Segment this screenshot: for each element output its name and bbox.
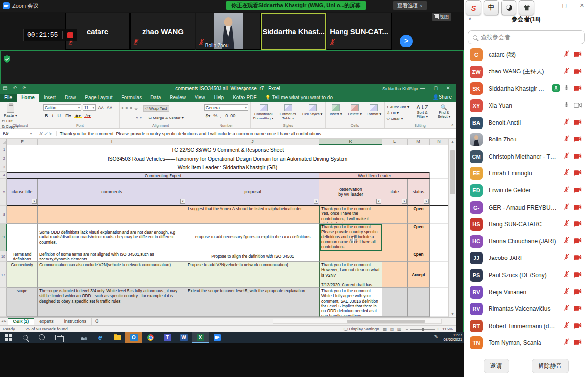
name-box[interactable]: K9▾: [0, 129, 34, 138]
grid-cell[interactable]: Accept: [408, 262, 430, 288]
column-header-K[interactable]: K: [319, 139, 382, 145]
filter-button[interactable]: ▼: [424, 199, 429, 204]
formula-text[interactable]: Thank you for the comment. Please provid…: [57, 131, 456, 136]
participant-row[interactable]: HCHanna Chouchane (JARI): [464, 233, 588, 250]
row-number[interactable]: 5: [0, 179, 7, 206]
video-tile[interactable]: Hang SUN-CAT...: [327, 13, 392, 50]
search-button[interactable]: [17, 332, 33, 343]
band-commenting-expert[interactable]: Commenting Expert: [7, 172, 319, 179]
table-header-clause-title[interactable]: clause title▼: [7, 179, 38, 206]
participant-row[interactable]: PSPaul Szucs (DE/Sony): [464, 267, 588, 284]
currency-button[interactable]: $▾: [204, 113, 212, 118]
stop-recording-button[interactable]: [67, 32, 73, 38]
column-header-L[interactable]: L: [382, 139, 408, 145]
grid-cell[interactable]: Propose to add necessary figures to expl…: [186, 224, 319, 251]
row-number[interactable]: 10: [0, 251, 7, 262]
select-all-corner[interactable]: [0, 139, 7, 145]
shrink-font-button[interactable]: A˅: [105, 105, 114, 111]
panel-window-controls[interactable]: —▢✕: [543, 2, 584, 9]
column-header-I[interactable]: I: [38, 139, 186, 145]
merge-center-button[interactable]: ⊟ Merge & Center ▾: [148, 116, 184, 120]
number-format-box[interactable]: General ▾: [204, 104, 248, 111]
video-tile[interactable]: Siddartha Khast...: [261, 13, 326, 50]
participant-row[interactable]: HSHang SUN-CATARC: [464, 216, 588, 233]
participant-row[interactable]: BABenoit Anctil: [464, 114, 588, 131]
sheet-nav-arrows[interactable]: ◂ ▸: [0, 318, 8, 325]
row-number[interactable]: 17: [0, 262, 7, 288]
participant-search-input[interactable]: 查找参会者: [468, 30, 585, 44]
table-header-status[interactable]: status▼: [408, 179, 430, 206]
grid-cell[interactable]: Propose to add V2N(vehicle to network co…: [186, 262, 319, 288]
grid-cell[interactable]: The scope is limited to level 3/4 only. …: [38, 288, 186, 317]
horizontal-scrollbar[interactable]: [273, 319, 442, 324]
participant-row[interactable]: RTRobert Timmermann (dSPACE): [464, 318, 588, 335]
format-as-table-button[interactable]: Format as Table ▾: [277, 104, 299, 120]
start-button[interactable]: [0, 332, 17, 343]
band-work-item-leader[interactable]: Work Item Leader: [319, 172, 430, 179]
video-tile[interactable]: Bolin Zhou: [196, 13, 261, 50]
taskbar-icon-people[interactable]: [75, 332, 92, 343]
grid-cell[interactable]: Connectivity: [7, 262, 38, 288]
horizontal-scroll-thumb[interactable]: [347, 320, 425, 323]
participant-row[interactable]: EDErwin de Gelder: [464, 182, 588, 199]
taskbar-icon-chrome[interactable]: [142, 332, 159, 343]
row-number[interactable]: 8: [0, 206, 7, 224]
filter-button[interactable]: ▼: [314, 199, 318, 204]
comma-button[interactable]: ,: [219, 113, 223, 118]
participant-row[interactable]: ZWzhao WANG (主持人): [464, 64, 588, 81]
grid-cell[interactable]: [7, 224, 38, 251]
fx-buttons[interactable]: ✕ ✓ fx: [34, 131, 57, 136]
cortana-button[interactable]: [33, 332, 50, 343]
align-bottom-icons[interactable]: ≡ ≡ ≡ ⇥ ⇤: [122, 116, 144, 120]
excel-share-button[interactable]: 👤Share: [433, 94, 452, 100]
participant-row[interactable]: TNTom Nyman, Scania: [464, 334, 588, 352]
grid-cell[interactable]: Open: [408, 224, 430, 251]
grid-cell[interactable]: [408, 288, 430, 317]
participant-row[interactable]: XYXia Yuan: [464, 97, 588, 115]
grid-cell[interactable]: [430, 288, 448, 317]
grid-cell[interactable]: [382, 288, 408, 317]
taskbar-icon-teams[interactable]: T: [159, 332, 175, 343]
find-select-button[interactable]: 🔍Find & Select ▾: [436, 104, 452, 122]
italic-button[interactable]: I: [50, 113, 55, 118]
grid-cell[interactable]: Communication can also include V2N(vehic…: [38, 262, 186, 288]
grid-cell[interactable]: scope: [7, 288, 38, 317]
table-header-date[interactable]: date▼: [382, 179, 408, 206]
grid-cell[interactable]: [382, 224, 408, 251]
sheet-tab-3[interactable]: instructions: [59, 318, 92, 325]
filter-button[interactable]: ▼: [402, 199, 407, 204]
grid-cell[interactable]: [319, 251, 382, 262]
sort-filter-button[interactable]: A⇂ZSort & Filter ▾: [414, 104, 431, 122]
zoom-level[interactable]: 115%: [442, 327, 453, 331]
row-number[interactable]: 1: [0, 145, 7, 154]
grid-cell[interactable]: [430, 262, 448, 288]
column-header-F[interactable]: F: [7, 139, 38, 145]
column-header-M[interactable]: M: [408, 139, 430, 145]
grid-cell[interactable]: Terms and definitions: [7, 251, 38, 262]
clear-button[interactable]: ◇ Clear ▾: [387, 117, 403, 121]
ime-skin-button[interactable]: [519, 0, 534, 15]
grid-cell[interactable]: [382, 262, 408, 288]
grid-cell[interactable]: [430, 179, 448, 206]
grid-cell[interactable]: Some ODD definitions lack visual explana…: [38, 224, 186, 251]
table-header-observation[interactable]: observation by WI leader▼: [319, 179, 382, 206]
grid-cell[interactable]: Thank you for the comment. While I fully…: [319, 288, 382, 317]
ribbon-tab-insert[interactable]: Insert: [39, 94, 60, 102]
participant-row[interactable]: RVRimantas Vaicenavičius: [464, 301, 588, 318]
column-header-N[interactable]: N: [430, 139, 448, 145]
participant-row[interactable]: SKSiddartha Khastgir (WMG, U...: [464, 80, 588, 97]
grid-cell[interactable]: [382, 206, 408, 224]
grid-cell[interactable]: [430, 172, 448, 179]
insert-button[interactable]: Insert ▾: [328, 104, 344, 117]
sheet-title[interactable]: Work Item Leader : Siddartha Khastgir (G…: [7, 163, 448, 172]
sheet-tab-1[interactable]: C&R (1): [8, 318, 34, 325]
column-header-J[interactable]: J: [186, 139, 319, 145]
filter-button[interactable]: ▼: [180, 199, 185, 204]
row-number[interactable]: 4: [0, 172, 7, 179]
participant-row[interactable]: EEEmrah Eminoglu: [464, 165, 588, 182]
fill-color-button[interactable]: ◆▾: [74, 113, 82, 118]
taskbar-icon-outlook[interactable]: O: [125, 332, 142, 343]
video-tile[interactable]: zhao WANG: [130, 13, 195, 50]
task-view-button[interactable]: [50, 332, 67, 343]
grid-cell[interactable]: Thank you for the comment. Yes, once I h…: [319, 206, 382, 224]
